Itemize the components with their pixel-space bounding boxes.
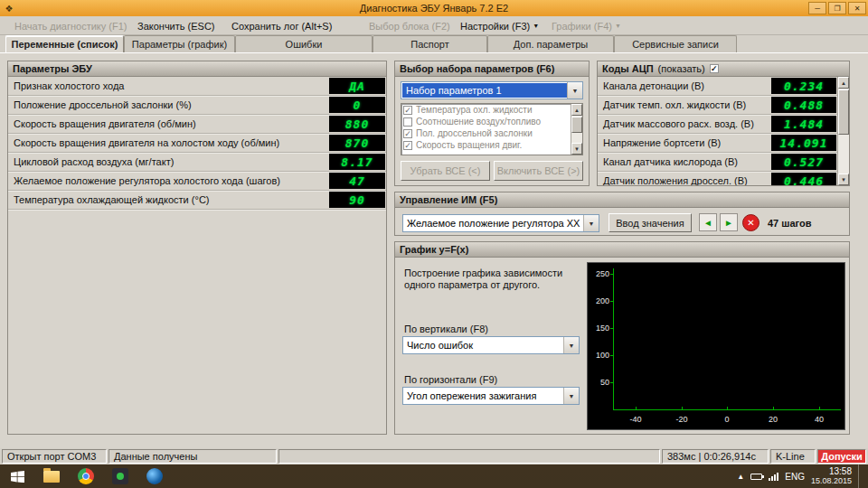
actuator-selected-value: Желаемое положение регулятора ХХ bbox=[403, 215, 583, 231]
checkbox-icon[interactable] bbox=[403, 117, 412, 127]
param-set-select[interactable]: Набор параметров 1 ▼ bbox=[401, 81, 583, 99]
adc-label: Датчик положения дроссел. (В) bbox=[603, 172, 748, 186]
close-button[interactable]: ✕ bbox=[848, 2, 866, 14]
adc-label: Канала детонации (В) bbox=[603, 77, 704, 95]
checkbox-icon[interactable]: ✓ bbox=[403, 141, 412, 150]
graph-header: График y=F(x) bbox=[395, 242, 849, 258]
axis-tick bbox=[727, 407, 728, 410]
menu-select-block: Выбор блока (F2) bbox=[365, 16, 454, 35]
menu-start-diagnostics: Начать диагностику (F1) bbox=[11, 16, 130, 35]
adc-scrollbar[interactable]: ▲ ▼ bbox=[837, 77, 849, 185]
adc-value-lcd: 1.484 bbox=[771, 116, 836, 132]
y-tick-label: 200 bbox=[590, 296, 609, 305]
tab-service-records[interactable]: Сервисные записи bbox=[614, 35, 737, 52]
actuator-panel: Управление ИМ (F5) Желаемое положение ре… bbox=[394, 192, 850, 236]
tab-variables-list[interactable]: Переменные (список) bbox=[5, 35, 124, 52]
list-item[interactable]: ✓ Скорость вращения двиг. bbox=[401, 139, 582, 151]
battery-icon[interactable] bbox=[750, 474, 762, 480]
messenger-icon[interactable] bbox=[103, 465, 137, 488]
list-item[interactable]: ✓ Температура охл. жидкости bbox=[401, 104, 582, 116]
adc-show-checkbox[interactable]: ✓ bbox=[710, 64, 719, 73]
param-row-iac-steps: Желаемое положение регулятора холостого … bbox=[8, 172, 386, 191]
param-value-lcd: 90 bbox=[329, 192, 385, 208]
axis-tick bbox=[773, 407, 774, 410]
scroll-up-icon[interactable]: ▲ bbox=[571, 104, 582, 116]
param-value-lcd: 47 bbox=[329, 173, 385, 189]
list-scrollbar[interactable]: ▲ ▼ bbox=[571, 104, 582, 155]
menu-graphs-label: Графики (F4) bbox=[552, 21, 612, 32]
graph-panel: График y=F(x) Построение графика зависим… bbox=[394, 241, 850, 435]
param-set-panel: Выбор набора параметров (F6) Набор парам… bbox=[394, 61, 590, 186]
axis-tick bbox=[610, 301, 614, 302]
chrome-ball-icon bbox=[78, 468, 94, 484]
param-set-header: Выбор набора параметров (F6) bbox=[395, 61, 589, 77]
list-item[interactable]: Соотношение воздух/топливо bbox=[401, 116, 582, 127]
adc-value-lcd: 0.446 bbox=[771, 173, 836, 186]
horizontal-axis-select[interactable]: Угол опережения зажигания ▼ bbox=[402, 387, 580, 405]
tolerances-button[interactable]: Допуски bbox=[817, 449, 866, 464]
menu-finish[interactable]: Закончить (ESC) bbox=[134, 16, 219, 35]
checkbox-label: Температура охл. жидкости bbox=[416, 105, 533, 115]
checkbox-icon[interactable]: ✓ bbox=[403, 129, 412, 138]
param-row-throttle: Положение дроссельной заслонки (%) 0 bbox=[8, 96, 386, 115]
language-indicator[interactable]: ENG bbox=[785, 472, 805, 482]
tray-expand-icon[interactable]: ▲ bbox=[737, 473, 744, 481]
globe-app-icon[interactable] bbox=[137, 465, 172, 488]
stop-icon[interactable]: ✕ bbox=[742, 214, 760, 231]
vertical-axis-select[interactable]: Число ошибок ▼ bbox=[402, 336, 580, 354]
scroll-down-icon[interactable]: ▼ bbox=[571, 143, 582, 155]
chevron-down-icon[interactable]: ▼ bbox=[563, 388, 579, 404]
chevron-down-icon[interactable]: ▼ bbox=[567, 82, 582, 99]
network-icon[interactable] bbox=[769, 473, 778, 481]
start-button[interactable] bbox=[0, 465, 34, 488]
checkbox-label: Соотношение воздух/топливо bbox=[416, 117, 541, 127]
status-timing: 383мс | 0:0:26,914с bbox=[662, 449, 769, 464]
param-label: Скорость вращения двигателя (об/мин) bbox=[14, 115, 196, 133]
tab-additional-params[interactable]: Доп. параметры bbox=[487, 35, 614, 52]
tab-errors[interactable]: Ошибки bbox=[235, 35, 373, 52]
param-set-selected-value: Набор параметров 1 bbox=[402, 83, 567, 98]
y-tick-label: 100 bbox=[590, 351, 609, 360]
adc-label: Канал датчика кислорода (В) bbox=[603, 153, 738, 171]
vertical-axis-value: Число ошибок bbox=[403, 337, 563, 353]
scroll-down-icon[interactable]: ▼ bbox=[838, 174, 849, 185]
menu-save-log[interactable]: Сохранить лог (Alt+S) bbox=[228, 16, 335, 35]
app-window: Диагностика ЭБУ Январь 7.2 Е2 ❖ ─ ❐ ✕ На… bbox=[0, 0, 868, 465]
window-title: Диагностика ЭБУ Январь 7.2 Е2 bbox=[0, 3, 868, 14]
adc-title: Коды АЦП bbox=[602, 63, 654, 74]
param-value-lcd: 0 bbox=[329, 97, 385, 113]
status-port: Открыт порт COM3 bbox=[2, 449, 107, 464]
param-label: Признак холостого хода bbox=[14, 77, 124, 95]
scroll-thumb[interactable] bbox=[838, 89, 849, 135]
chevron-down-icon[interactable]: ▼ bbox=[583, 215, 599, 231]
menu-bar: Начать диагностику (F1) Закончить (ESC) … bbox=[0, 16, 868, 35]
tab-parameters-graph[interactable]: Параметры (график) bbox=[124, 35, 235, 52]
scroll-thumb[interactable] bbox=[571, 117, 582, 133]
taskbar: ▲ ENG 13:58 15.08.2015 bbox=[0, 465, 868, 488]
chevron-down-icon[interactable]: ▼ bbox=[563, 337, 579, 353]
axis-tick bbox=[636, 407, 637, 410]
param-checkbox-list[interactable]: ✓ Температура охл. жидкости Соотношение … bbox=[401, 103, 583, 155]
step-right-icon[interactable]: ► bbox=[720, 213, 738, 231]
axis-tick bbox=[819, 407, 820, 410]
minimize-button[interactable]: ─ bbox=[808, 2, 826, 14]
step-left-icon[interactable]: ◄ bbox=[699, 213, 717, 231]
x-tick-label: -20 bbox=[675, 415, 687, 424]
enter-value-button[interactable]: Ввод значения bbox=[609, 213, 692, 232]
menu-settings[interactable]: Настройки (F3) ▼ bbox=[457, 16, 542, 35]
show-desktop-button[interactable] bbox=[858, 465, 863, 488]
add-all-button: Включить ВСЕ (>) bbox=[494, 161, 583, 181]
window-controls: ─ ❐ ✕ bbox=[808, 2, 866, 14]
system-tray: ▲ ENG 13:58 15.08.2015 bbox=[737, 465, 868, 488]
list-item[interactable]: ✓ Пол. дроссельной заслонки bbox=[401, 127, 582, 139]
adc-label: Напряжение бортсети (В) bbox=[603, 134, 721, 152]
adc-show-label: (показать) bbox=[658, 63, 705, 74]
clock[interactable]: 13:58 15.08.2015 bbox=[811, 467, 852, 485]
checkbox-icon[interactable]: ✓ bbox=[403, 106, 412, 115]
chrome-icon[interactable] bbox=[69, 465, 103, 488]
explorer-icon[interactable] bbox=[34, 465, 69, 488]
tab-passport[interactable]: Паспорт bbox=[373, 35, 487, 52]
scroll-up-icon[interactable]: ▲ bbox=[838, 77, 849, 89]
actuator-select[interactable]: Желаемое положение регулятора ХХ ▼ bbox=[402, 214, 599, 232]
restore-button[interactable]: ❐ bbox=[828, 2, 846, 14]
